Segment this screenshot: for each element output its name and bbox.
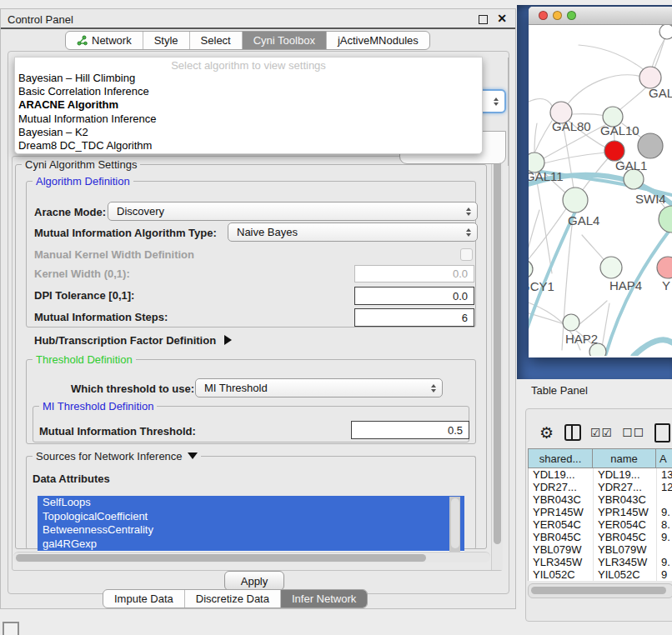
network-edge[interactable] [634, 340, 672, 356]
dropdown-item-dream8[interactable]: Dream8 DC_TDC Algorithm [15, 139, 482, 152]
tab-cyni-toolbox[interactable]: Cyni Toolbox [243, 32, 327, 49]
network-edge[interactable] [579, 45, 645, 71]
kernel-width-input[interactable]: 0.0 [354, 265, 474, 282]
network-graph[interactable]: GALGAL80GAL10GAL1GAL11SWI4GAL4GCY1HAP4YH… [529, 25, 672, 356]
gear-icon[interactable]: ⚙ [539, 423, 554, 442]
tab-style[interactable]: Style [143, 32, 190, 49]
tab-impute-data[interactable]: Impute Data [103, 590, 185, 608]
collapsed-panel-icon[interactable] [3, 622, 19, 635]
table-row[interactable]: YDR27...YDR27...12 [529, 481, 672, 493]
table-cell[interactable]: YDR27... [529, 481, 594, 493]
dropdown-item-bayesian-hill-climbing[interactable]: Bayesian – Hill Climbing [15, 72, 482, 85]
network-edge[interactable] [605, 229, 670, 356]
table-cell[interactable]: YPR145W [594, 506, 657, 518]
table-cell[interactable]: YDR27... [594, 481, 657, 493]
network-window-titlebar[interactable] [529, 7, 672, 25]
list-item-selfloops[interactable]: SelfLoops [38, 496, 464, 510]
hub-definition-toggle[interactable]: Hub/Transcription Factor Definition [34, 334, 232, 347]
tab-network[interactable]: Network [66, 32, 143, 49]
table-hscrollbar-track[interactable] [528, 583, 672, 598]
manual-kernel-width-checkbox[interactable] [460, 248, 473, 261]
table-cell[interactable]: YIL052C [529, 568, 594, 581]
network-edge[interactable] [544, 152, 606, 163]
table-cell[interactable]: YBR043C [594, 493, 657, 506]
table-cell[interactable]: YBR043C [529, 493, 594, 506]
mi-algorithm-type-combobox[interactable]: Naive Bayes [228, 222, 478, 242]
table-cell[interactable]: YDL19... [594, 468, 657, 481]
expanded-arrow-icon[interactable] [188, 452, 198, 459]
settings-vscrollbar-track[interactable] [491, 157, 503, 570]
table-cell[interactable] [657, 543, 672, 556]
column-header-name[interactable]: name [593, 448, 656, 468]
network-node[interactable] [659, 25, 672, 39]
table-cell[interactable]: YBL079W [529, 543, 594, 556]
aracne-mode-combobox[interactable]: Discovery [108, 202, 478, 221]
table-cell[interactable]: YER054C [594, 518, 657, 531]
table-cell[interactable]: YLR345W [594, 556, 657, 568]
column-header-partial[interactable]: A [656, 448, 672, 468]
column-header-shared-name[interactable]: shared... [528, 448, 593, 468]
mac-maximize-button[interactable] [567, 11, 576, 20]
network-view-window[interactable]: GALGAL80GAL10GAL1GAL11SWI4GAL4GCY1HAP4YH… [529, 7, 672, 358]
table-cell[interactable]: 8. [657, 518, 672, 531]
mi-steps-input[interactable]: 6 [354, 308, 474, 327]
tab-select[interactable]: Select [190, 32, 243, 49]
list-scrollbar-thumb[interactable] [451, 498, 459, 548]
list-scrollbar-track[interactable] [449, 497, 460, 553]
deselect-all-icon[interactable]: ☐☐ [622, 426, 644, 439]
settings-vscrollbar-thumb[interactable] [494, 159, 501, 544]
table-cell[interactable]: 13 [657, 468, 672, 481]
network-edge[interactable] [529, 208, 567, 267]
table-cell[interactable]: 9. [657, 531, 672, 543]
settings-hscrollbar-thumb[interactable] [16, 554, 426, 562]
columns-icon[interactable] [564, 424, 581, 441]
table-cell[interactable]: YBL079W [594, 543, 657, 556]
network-edge[interactable] [582, 235, 606, 262]
apply-button[interactable]: Apply [224, 571, 284, 591]
network-edge[interactable] [652, 39, 664, 68]
network-edge[interactable] [619, 86, 648, 111]
table-cell[interactable]: YLR345W [529, 556, 594, 568]
network-node-gcy1[interactable] [529, 260, 533, 278]
table-cell[interactable]: 9 [657, 568, 672, 581]
mi-threshold-input[interactable]: 0.5 [351, 421, 469, 439]
table-row[interactable]: YIL052CYIL052C9 [529, 568, 672, 581]
table-row[interactable]: YBR045CYBR045C9. [529, 531, 672, 543]
table-cell[interactable]: YBR045C [529, 531, 594, 543]
settings-hscrollbar-track[interactable] [13, 552, 490, 562]
network-node-hap2[interactable] [563, 314, 579, 331]
dropdown-item-mutual-information[interactable]: Mutual Information Inference [15, 112, 482, 126]
table-cell[interactable]: YPR145W [529, 506, 594, 518]
list-item-topologicalcoefficient[interactable]: TopologicalCoefficient [38, 510, 464, 524]
table-row[interactable]: YPR145WYPR145W9. [529, 506, 672, 518]
table-row[interactable]: YER054CYER054C8. [529, 518, 672, 531]
table-row[interactable]: YDL19...YDL19...13 [529, 468, 672, 481]
table-row[interactable]: YBL079WYBL079W [529, 543, 672, 556]
float-panel-icon[interactable] [479, 15, 488, 24]
network-node[interactable] [659, 206, 672, 232]
mac-close-button[interactable] [539, 11, 548, 20]
table-cell[interactable]: 9. [657, 506, 672, 518]
network-edge[interactable] [529, 99, 552, 106]
dropdown-item-basic-correlation[interactable]: Basic Correlation Inference [15, 85, 482, 98]
network-edge[interactable] [579, 301, 607, 325]
table-hscrollbar-thumb[interactable] [531, 587, 666, 594]
dropdown-item-bayesian-k2[interactable]: Bayesian – K2 [15, 126, 482, 139]
table-cell[interactable]: 12 [657, 481, 672, 493]
dpi-tolerance-input[interactable]: 0.0 [354, 287, 474, 305]
which-threshold-combobox[interactable]: MI Threshold [195, 378, 443, 398]
mac-minimize-button[interactable] [553, 11, 562, 20]
tab-infer-network[interactable]: Infer Network [281, 590, 367, 608]
dropdown-item-aracne[interactable]: ARACNE Algorithm [15, 98, 482, 112]
tab-jactivemnodules[interactable]: jActiveMNodules [327, 32, 429, 49]
table-cell[interactable]: YDL19... [529, 468, 594, 481]
network-edge[interactable] [535, 172, 552, 273]
network-node[interactable] [638, 133, 663, 158]
collapsed-arrow-icon[interactable] [224, 335, 232, 345]
table-cell[interactable]: 9. [657, 556, 672, 568]
list-item-gal4rgexp[interactable]: gal4RGexp [38, 538, 464, 552]
close-icon[interactable]: ✕ [497, 12, 507, 25]
table-cell[interactable]: YIL052C [594, 568, 657, 581]
network-node-y[interactable] [657, 257, 672, 278]
network-node-hap4[interactable] [600, 257, 622, 278]
